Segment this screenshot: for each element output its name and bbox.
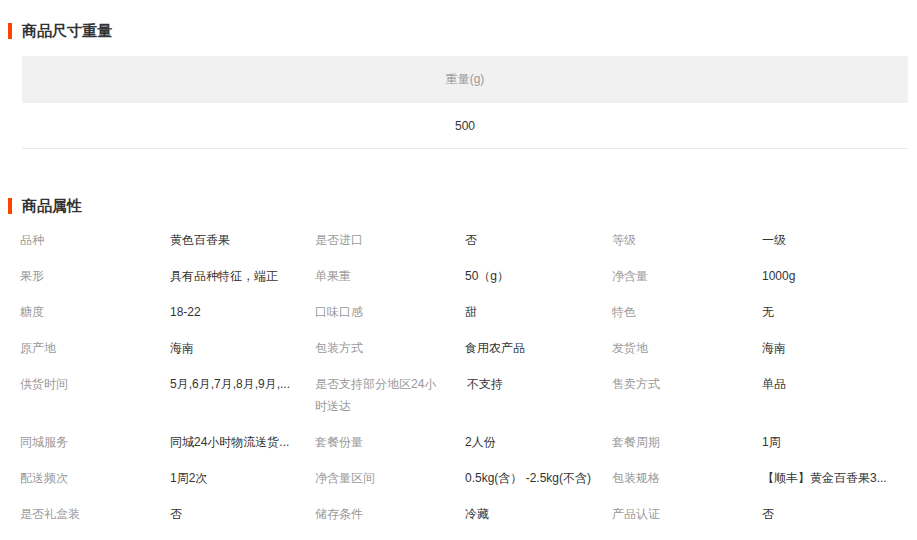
- attr-cell: 发货地海南: [612, 337, 917, 359]
- attr-value: 1周: [762, 431, 917, 453]
- attr-cell: 套餐份量2人份: [315, 431, 612, 453]
- attr-cell: 等级一级: [612, 229, 917, 251]
- attr-value: 否: [170, 503, 315, 525]
- attr-row: 配送频次1周2次净含量区间0.5kg(含） -2.5kg(不含)包装规格【顺丰】…: [20, 467, 917, 489]
- attr-label: 产品认证: [612, 503, 762, 525]
- attr-label: 原产地: [20, 337, 170, 359]
- attr-cell: 原产地海南: [20, 337, 315, 359]
- section-accent-bar: [8, 198, 12, 214]
- attr-label: 售卖方式: [612, 373, 762, 395]
- attr-value: 【顺丰】黄金百香果3...: [762, 467, 917, 489]
- attr-cell: 储存条件冷藏: [315, 503, 612, 525]
- attr-label: 配送频次: [20, 467, 170, 489]
- section-size-weight: 商品尺寸重量 重量(g) 500: [0, 0, 917, 149]
- attr-value: 无: [762, 301, 917, 323]
- attr-cell: 包装规格【顺丰】黄金百香果3...: [612, 467, 917, 489]
- attr-cell: 是否礼盒装否: [20, 503, 315, 525]
- attr-label: 净含量区间: [315, 467, 465, 489]
- attr-label: 等级: [612, 229, 762, 251]
- attr-label: 果形: [20, 265, 170, 287]
- attr-cell: 是否支持部分地区24小时送达不支持: [315, 373, 612, 417]
- attr-value: 食用农产品: [465, 337, 612, 359]
- page: { "colors": { "accent": "#ff4400", "labe…: [0, 0, 917, 540]
- attr-value: 5月,6月,7月,8月,9月,...: [170, 373, 315, 395]
- attr-value: 不支持: [467, 373, 612, 395]
- attr-cell: 包装方式食用农产品: [315, 337, 612, 359]
- attr-value: 具有品种特征，端正: [170, 265, 315, 287]
- attr-cell: 是否进口否: [315, 229, 612, 251]
- attr-value: 冷藏: [465, 503, 612, 525]
- attr-label: 包装方式: [315, 337, 465, 359]
- attr-value: 2人份: [465, 431, 612, 453]
- attr-value: 否: [762, 503, 917, 525]
- attr-label: 口味口感: [315, 301, 465, 323]
- attr-value: 1000g: [762, 265, 917, 287]
- attr-row: 果形具有品种特征，端正单果重50（g）净含量1000g: [20, 265, 917, 287]
- attr-row: 品种黄色百香果是否进口否等级一级: [20, 229, 917, 251]
- attr-cell: 果形具有品种特征，端正: [20, 265, 315, 287]
- section-attributes: 商品属性 品种黄色百香果是否进口否等级一级果形具有品种特征，端正单果重50（g）…: [0, 197, 917, 525]
- attr-label: 净含量: [612, 265, 762, 287]
- attr-cell: 产品认证否: [612, 503, 917, 525]
- attr-label: 单果重: [315, 265, 465, 287]
- attr-label: 包装规格: [612, 467, 762, 489]
- weight-header-cell: 重量(g): [446, 71, 485, 88]
- attr-row: 同城服务同城24小时物流送货...套餐份量2人份套餐周期1周: [20, 431, 917, 453]
- attr-cell: 售卖方式单品: [612, 373, 917, 395]
- attr-cell: 供货时间5月,6月,7月,8月,9月,...: [20, 373, 315, 395]
- attr-cell: 单果重50（g）: [315, 265, 612, 287]
- attr-label: 品种: [20, 229, 170, 251]
- attr-value: 一级: [762, 229, 917, 251]
- attr-cell: 同城服务同城24小时物流送货...: [20, 431, 315, 453]
- attr-label: 糖度: [20, 301, 170, 323]
- attr-cell: 口味口感甜: [315, 301, 612, 323]
- attr-label: 是否支持部分地区24小时送达: [315, 373, 467, 417]
- weight-table: 重量(g) 500: [22, 56, 908, 149]
- section-size-weight-header: 商品尺寸重量: [8, 22, 917, 40]
- attr-value: 黄色百香果: [170, 229, 315, 251]
- attr-row: 原产地海南包装方式食用农产品发货地海南: [20, 337, 917, 359]
- attributes-grid: 品种黄色百香果是否进口否等级一级果形具有品种特征，端正单果重50（g）净含量10…: [20, 229, 917, 525]
- attr-value: 0.5kg(含） -2.5kg(不含): [465, 467, 612, 489]
- attr-cell: 净含量区间0.5kg(含） -2.5kg(不含): [315, 467, 612, 489]
- weight-table-value-row: 500: [22, 103, 908, 149]
- attr-cell: 特色无: [612, 301, 917, 323]
- attr-label: 发货地: [612, 337, 762, 359]
- section-size-weight-title: 商品尺寸重量: [22, 22, 112, 40]
- attr-value: 1周2次: [170, 467, 315, 489]
- attr-row: 是否礼盒装否储存条件冷藏产品认证否: [20, 503, 917, 525]
- attr-cell: 糖度18-22: [20, 301, 315, 323]
- attr-label: 套餐周期: [612, 431, 762, 453]
- attr-cell: 配送频次1周2次: [20, 467, 315, 489]
- section-attributes-title: 商品属性: [22, 197, 82, 215]
- attr-value: 海南: [170, 337, 315, 359]
- attr-cell: 净含量1000g: [612, 265, 917, 287]
- attr-value: 18-22: [170, 301, 315, 323]
- attr-value: 50（g）: [465, 265, 612, 287]
- section-attributes-header: 商品属性: [8, 197, 917, 215]
- attr-label: 特色: [612, 301, 762, 323]
- attr-label: 是否进口: [315, 229, 465, 251]
- weight-table-header-row: 重量(g): [22, 56, 908, 103]
- section-accent-bar: [8, 23, 12, 39]
- attr-row: 供货时间5月,6月,7月,8月,9月,...是否支持部分地区24小时送达不支持售…: [20, 373, 917, 417]
- attr-label: 储存条件: [315, 503, 465, 525]
- attr-label: 同城服务: [20, 431, 170, 453]
- attr-value: 海南: [762, 337, 917, 359]
- attr-label: 套餐份量: [315, 431, 465, 453]
- attr-value: 同城24小时物流送货...: [170, 431, 315, 453]
- attr-cell: 品种黄色百香果: [20, 229, 315, 251]
- attr-row: 糖度18-22口味口感甜特色无: [20, 301, 917, 323]
- attr-value: 否: [465, 229, 612, 251]
- attr-value: 单品: [762, 373, 917, 395]
- weight-value-cell: 500: [455, 119, 475, 133]
- attr-value: 甜: [465, 301, 612, 323]
- attr-cell: 套餐周期1周: [612, 431, 917, 453]
- attr-label: 供货时间: [20, 373, 170, 395]
- attr-label: 是否礼盒装: [20, 503, 170, 525]
